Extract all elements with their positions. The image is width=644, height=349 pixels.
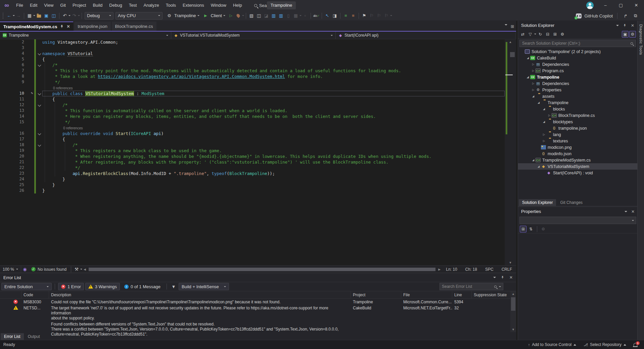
filter-icon[interactable]: ▽ xyxy=(527,31,534,38)
panel-tab-solution-explorer[interactable]: Solution Explorer xyxy=(519,199,556,206)
line-indicator[interactable]: Ln: 10 xyxy=(442,267,461,272)
tree-item-trampoline[interactable]: ◢Trampoline xyxy=(518,99,638,106)
format-document-icon[interactable]: ◨ xyxy=(331,12,338,19)
maximize-button[interactable]: ▢ xyxy=(613,0,629,11)
tree-item-blocks[interactable]: ◢blocks xyxy=(518,106,638,112)
tree-item-properties[interactable]: ▷⚙Properties xyxy=(518,87,638,93)
code-line[interactable]: 10✎ public class VSTutorialModSystem : M… xyxy=(0,91,505,96)
minimize-button[interactable]: – xyxy=(598,0,613,11)
tree-item-trampoline[interactable]: ◢C#Trampoline xyxy=(518,74,638,80)
column-header-code[interactable]: Code xyxy=(21,291,49,298)
alphabetical-icon[interactable]: ⇅ xyxy=(527,226,534,232)
redo-icon[interactable]: ↷ xyxy=(71,12,78,19)
menu-analyze[interactable]: Analyze xyxy=(140,0,162,11)
fold-collapse-icon[interactable] xyxy=(37,91,42,96)
code-cleanup-icon[interactable]: ⚒ xyxy=(73,266,80,273)
select-repository-button[interactable]: ⎇ Select Repository xyxy=(584,342,626,347)
document-icon[interactable]: ▯ xyxy=(285,12,292,19)
error-list-scrollbar[interactable]: ▲ ▼ xyxy=(510,291,516,332)
column-header-description[interactable]: Description xyxy=(49,291,351,298)
error-list-column-headers[interactable]: CodeDescriptionProjectFileLineSuppressio… xyxy=(0,291,516,299)
code-line[interactable]: 24 } xyxy=(0,176,505,182)
notifications-button[interactable]: 1 xyxy=(634,343,637,346)
collapsed-arrow-icon[interactable]: ▷ xyxy=(542,133,546,136)
intellicode-icon[interactable]: ◉ xyxy=(21,266,29,273)
code-line[interactable]: 9 */ xyxy=(0,79,505,85)
new-project-icon[interactable]: ▦ xyxy=(26,12,33,19)
menu-file[interactable]: File xyxy=(13,0,27,11)
collapsed-arrow-icon[interactable]: ▷ xyxy=(531,69,536,72)
collapse-all-icon[interactable]: ⊟ xyxy=(544,31,551,38)
dotted-box-icon[interactable]: ▫ xyxy=(302,12,309,19)
run-target-dropdown[interactable] xyxy=(223,15,225,16)
code-line[interactable]: 17 { xyxy=(0,136,505,142)
tree-item-solution-trampoline-2-of-2-projects-[interactable]: Solution 'Trampoline' (2 of 2 projects) xyxy=(518,48,638,55)
breadcrumb-segment[interactable]: ◆Start(ICoreAPI api) xyxy=(336,32,516,39)
chevron-down-icon[interactable] xyxy=(166,35,168,36)
window-menu-icon[interactable] xyxy=(616,25,619,26)
tree-item-program-cs[interactable]: ▷C#Program.cs xyxy=(518,68,638,74)
undo-icon[interactable]: ↶ xyxy=(61,12,68,19)
fold-collapse-icon[interactable] xyxy=(37,102,42,108)
menu-view[interactable]: View xyxy=(41,0,57,11)
tree-item-vstutorialmodsystem[interactable]: ◢◆VSTutorialModSystem xyxy=(518,163,638,170)
save-all-icon[interactable]: ◫ xyxy=(50,12,57,19)
menu-project[interactable]: Project xyxy=(69,0,89,11)
startup-project-label[interactable]: Trampoline xyxy=(174,13,196,18)
code-line[interactable]: 4namespace VSTutorial xyxy=(0,51,505,56)
scroll-left-icon[interactable]: ◀ xyxy=(82,268,87,271)
code-line[interactable]: 2using Vintagestory.API.Common; xyxy=(0,39,505,45)
tree-item-trampolinemodsystem-cs[interactable]: ◢C#TrampolineModSystem.cs xyxy=(518,157,638,163)
github-copilot-label[interactable]: GitHub Copilot xyxy=(584,13,613,18)
properties-object-select[interactable] xyxy=(519,217,636,224)
properties-icon[interactable]: ⚙ xyxy=(559,31,566,38)
tree-item-trampoline-json[interactable]: {}trampoline.json xyxy=(518,125,638,131)
column-header-file[interactable]: File xyxy=(401,291,452,298)
code-line[interactable]: 5{ xyxy=(0,56,505,62)
fold-collapse-icon[interactable] xyxy=(37,62,42,68)
tab-TrampolineModSystem.cs[interactable]: TrampolineModSystem.cs🖈✕ xyxy=(0,21,73,31)
expanded-arrow-icon[interactable]: ◢ xyxy=(542,107,546,111)
column-header-project[interactable]: Project xyxy=(351,291,401,298)
collapsed-arrow-icon[interactable]: ▷ xyxy=(531,63,536,66)
error-row[interactable]: NETSD...The target framework 'net7.0' is… xyxy=(0,305,516,321)
menu-help[interactable]: Help xyxy=(230,0,245,11)
collapsed-arrow-icon[interactable]: ▷ xyxy=(542,139,546,142)
github-copilot-icon[interactable]: ✓ xyxy=(576,13,582,18)
panel-tab-error-list[interactable]: Error List xyxy=(1,333,24,340)
editor-horizontal-scrollbar[interactable] xyxy=(89,267,435,271)
grid-dropdown[interactable] xyxy=(300,15,302,16)
menu-build[interactable]: Build xyxy=(89,0,106,11)
tree-item-assets[interactable]: ◢assets xyxy=(518,93,638,99)
breadcrumb-segment[interactable]: C#Trampoline xyxy=(0,32,171,39)
close-tab-icon[interactable]: ✕ xyxy=(66,24,70,29)
tree-item-dependencies[interactable]: ▷▤Dependencies xyxy=(518,80,638,87)
show-all-files-icon[interactable]: ⊞ xyxy=(552,31,558,38)
sync-with-active-document-icon[interactable]: ▣ xyxy=(622,31,629,38)
code-line[interactable]: 23 api.RegisterBlockClass(Mod.Info.ModID… xyxy=(0,171,505,176)
zoom-select[interactable]: 100 % xyxy=(0,266,21,273)
expanded-arrow-icon[interactable]: ◢ xyxy=(542,120,546,123)
scrollbar-thumb[interactable] xyxy=(510,52,515,57)
tree-item-modicon-png[interactable]: modicon.png xyxy=(518,144,638,150)
menu-window[interactable]: Window xyxy=(208,0,230,11)
startup-project-dropdown[interactable] xyxy=(197,15,199,16)
collapsed-arrow-icon[interactable]: ▷ xyxy=(547,114,552,117)
column-header-suppression-state[interactable]: Suppression State xyxy=(472,291,516,298)
menu-test[interactable]: Test xyxy=(126,0,140,11)
navigate-back-icon[interactable]: ← xyxy=(5,12,13,19)
solution-title-box[interactable]: Trampoline xyxy=(267,1,296,9)
spell-check-icon[interactable]: abc✓ xyxy=(313,12,320,19)
window-layout-icon[interactable]: ◫ xyxy=(255,12,263,19)
code-line[interactable]: 16 public override void Start(ICoreAPI a… xyxy=(0,131,505,136)
messages-filter-button[interactable]: i 0 of 1 Message xyxy=(121,283,164,290)
open-file-icon[interactable] xyxy=(35,12,43,19)
close-panel-icon[interactable]: ✕ xyxy=(631,23,634,28)
window-menu-icon[interactable] xyxy=(625,211,627,212)
code-line[interactable]: 12 /* xyxy=(0,102,505,108)
categorized-icon[interactable]: ⊞ xyxy=(520,226,526,232)
share-icon[interactable]: ↱ xyxy=(622,12,629,19)
expanded-arrow-icon[interactable]: ◢ xyxy=(536,165,541,168)
tab-list-dropdown-icon[interactable] xyxy=(505,24,507,26)
pin-tab-icon[interactable]: 🖈 xyxy=(60,24,64,29)
